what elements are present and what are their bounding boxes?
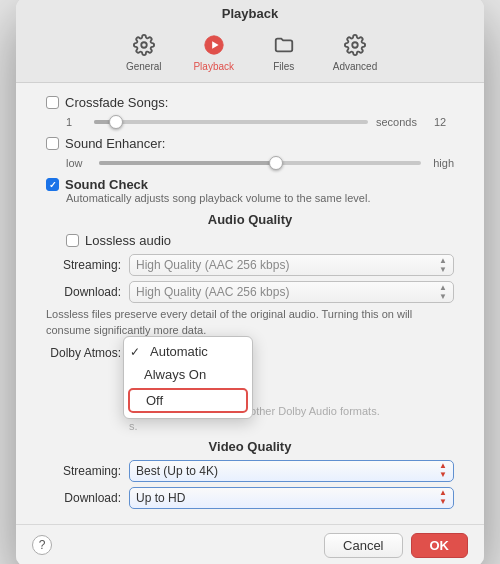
streaming-select[interactable]: High Quality (AAC 256 kbps) ▲▼ bbox=[129, 254, 454, 276]
tab-playback-label: Playback bbox=[193, 61, 234, 72]
sound-check-row: Sound Check bbox=[46, 177, 454, 192]
sound-enhancer-checkbox[interactable] bbox=[46, 137, 59, 150]
tab-general[interactable]: General bbox=[109, 27, 179, 76]
enhancer-max: high bbox=[429, 157, 454, 169]
video-download-value: Up to HD bbox=[136, 491, 185, 505]
tab-general-label: General bbox=[126, 61, 162, 72]
dropdown-item-always-on[interactable]: Always On bbox=[124, 363, 252, 386]
streaming-arrows: ▲▼ bbox=[439, 257, 447, 274]
audio-quality-title: Audio Quality bbox=[46, 212, 454, 227]
dialog: Playback General bbox=[16, 0, 484, 564]
download-label: Download: bbox=[46, 285, 121, 299]
dolby-dropdown[interactable]: Automatic Always On Off bbox=[123, 336, 253, 419]
dropdown-item-off[interactable]: Off bbox=[128, 388, 248, 413]
tab-advanced[interactable]: Advanced bbox=[319, 27, 391, 76]
video-download-label: Download: bbox=[46, 491, 121, 505]
video-download-row: Download: Up to HD ▲▼ bbox=[46, 487, 454, 509]
footer: ? Cancel OK bbox=[16, 524, 484, 564]
dolby-content: Automatic Always On Off ings in Dolby At… bbox=[129, 344, 454, 435]
streaming-value: High Quality (AAC 256 kbps) bbox=[136, 258, 289, 272]
video-streaming-arrows: ▲▼ bbox=[439, 462, 447, 479]
advanced-gear-icon bbox=[341, 31, 369, 59]
crossfade-unit: seconds bbox=[376, 116, 426, 128]
sound-enhancer-slider[interactable] bbox=[99, 161, 421, 165]
help-button[interactable]: ? bbox=[32, 535, 52, 555]
lossless-label[interactable]: Lossless audio bbox=[66, 233, 171, 248]
lossless-row: Lossless audio bbox=[66, 233, 454, 248]
download-value: High Quality (AAC 256 kbps) bbox=[136, 285, 289, 299]
enhancer-min: low bbox=[66, 157, 91, 169]
dolby-atmos-row: Dolby Atmos: Automatic Always On Off ing… bbox=[46, 344, 454, 435]
tab-bar: General Playback Files bbox=[16, 27, 484, 76]
crossfade-max: 12 bbox=[434, 116, 454, 128]
gear-icon bbox=[130, 31, 158, 59]
sound-check-label[interactable]: Sound Check bbox=[46, 177, 148, 192]
video-download-arrows: ▲▼ bbox=[439, 489, 447, 506]
crossfade-slider-row: 1 seconds 12 bbox=[66, 116, 454, 128]
svg-point-0 bbox=[141, 42, 147, 48]
video-quality-title: Video Quality bbox=[46, 439, 454, 454]
dropdown-item-automatic[interactable]: Automatic bbox=[124, 340, 252, 363]
tab-files-label: Files bbox=[273, 61, 294, 72]
dialog-title: Playback bbox=[16, 6, 484, 21]
svg-point-3 bbox=[352, 42, 358, 48]
video-streaming-label: Streaming: bbox=[46, 464, 121, 478]
video-streaming-select[interactable]: Best (Up to 4K) ▲▼ bbox=[129, 460, 454, 482]
button-group: Cancel OK bbox=[324, 533, 468, 558]
crossfade-row: Crossfade Songs: bbox=[46, 95, 454, 110]
dolby-label: Dolby Atmos: bbox=[46, 344, 121, 360]
toolbar: Playback General bbox=[16, 0, 484, 83]
download-select[interactable]: High Quality (AAC 256 kbps) ▲▼ bbox=[129, 281, 454, 303]
sound-check-desc: Automatically adjusts song playback volu… bbox=[66, 192, 454, 204]
cancel-button[interactable]: Cancel bbox=[324, 533, 402, 558]
streaming-row: Streaming: High Quality (AAC 256 kbps) ▲… bbox=[46, 254, 454, 276]
video-streaming-value: Best (Up to 4K) bbox=[136, 464, 218, 478]
crossfade-slider[interactable] bbox=[94, 120, 368, 124]
video-download-select[interactable]: Up to HD ▲▼ bbox=[129, 487, 454, 509]
streaming-label: Streaming: bbox=[46, 258, 121, 272]
crossfade-checkbox[interactable] bbox=[46, 96, 59, 109]
tab-files[interactable]: Files bbox=[249, 27, 319, 76]
sound-enhancer-label[interactable]: Sound Enhancer: bbox=[46, 136, 165, 151]
tab-playback[interactable]: Playback bbox=[179, 27, 249, 76]
content-area: Crossfade Songs: 1 seconds 12 Sound Enha… bbox=[16, 83, 484, 524]
sound-enhancer-slider-row: low high bbox=[66, 157, 454, 169]
ok-button[interactable]: OK bbox=[411, 533, 469, 558]
folder-icon bbox=[270, 31, 298, 59]
tab-advanced-label: Advanced bbox=[333, 61, 377, 72]
crossfade-label[interactable]: Crossfade Songs: bbox=[46, 95, 168, 110]
sound-check-checkbox[interactable] bbox=[46, 178, 59, 191]
crossfade-min: 1 bbox=[66, 116, 86, 128]
lossless-checkbox[interactable] bbox=[66, 234, 79, 247]
download-row: Download: High Quality (AAC 256 kbps) ▲▼ bbox=[46, 281, 454, 303]
sound-enhancer-row: Sound Enhancer: bbox=[46, 136, 454, 151]
video-streaming-row: Streaming: Best (Up to 4K) ▲▼ bbox=[46, 460, 454, 482]
play-icon bbox=[200, 31, 228, 59]
download-arrows: ▲▼ bbox=[439, 284, 447, 301]
lossless-desc: Lossless files preserve every detail of … bbox=[46, 307, 454, 338]
